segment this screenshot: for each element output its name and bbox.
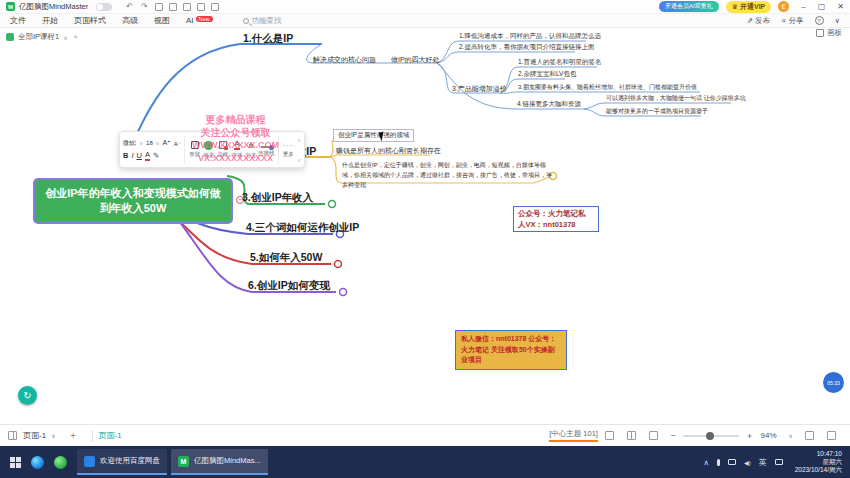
menu-page-style[interactable]: 页面样式: [74, 15, 106, 26]
fullscreen-icon[interactable]: [805, 431, 814, 440]
timer-badge[interactable]: 05:33: [823, 372, 844, 393]
avatar[interactable]: E: [778, 1, 789, 12]
font-color-button[interactable]: A: [145, 150, 150, 161]
zoom-in-button[interactable]: ＋: [746, 430, 754, 441]
edge-browser-icon[interactable]: [31, 456, 44, 469]
fill-button[interactable]: 填充: [202, 141, 216, 159]
underline-button[interactable]: U: [137, 151, 142, 160]
mindmap-canvas[interactable]: 全部IP课程1 ∧ ＋ 画板 创业IP年的年收入和变现模式如何做到年收入50W …: [0, 28, 850, 424]
note-wechat-box[interactable]: 公众号：火力笔记私 人VX：nnt01378: [513, 206, 599, 232]
font-style-button[interactable]: A字体: [230, 140, 244, 159]
windows-start-button[interactable]: [10, 457, 21, 468]
zoom-level[interactable]: 94%: [761, 431, 777, 440]
node-benefit-3[interactable]: 3.产品能增加溢价: [452, 84, 507, 94]
course-navigator[interactable]: 全部IP课程1 ∧ ＋: [6, 32, 79, 42]
highlight-pen-button[interactable]: ✎: [153, 151, 159, 160]
node-benefit-3-2[interactable]: 2.杂牌宝宝和LV包包: [518, 70, 576, 79]
zoom-out-button[interactable]: −: [671, 431, 676, 440]
add-course-icon[interactable]: ＋: [72, 32, 80, 42]
save-icon[interactable]: [183, 3, 191, 11]
new-document-icon[interactable]: [155, 3, 163, 11]
italic-button[interactable]: I: [131, 151, 133, 160]
branch6-expand-handle[interactable]: [340, 289, 347, 296]
font-size-select[interactable]: 18: [146, 140, 153, 146]
share-button[interactable]: ∝ 分享: [781, 16, 803, 26]
board-toggle[interactable]: 画板: [816, 28, 842, 38]
border-button[interactable]: 边框: [216, 141, 230, 158]
zoom-slider-knob[interactable]: [706, 432, 714, 440]
pages-grid-icon[interactable]: [8, 431, 17, 440]
vip-button[interactable]: ♛ 开通VIP: [726, 1, 772, 13]
redo-icon[interactable]: ↷: [141, 2, 148, 12]
menu-advanced[interactable]: 高级: [122, 15, 138, 26]
branch3-expand-handle[interactable]: [329, 201, 336, 208]
node-four-benefits[interactable]: 做IP的四大好处: [391, 55, 440, 65]
central-topic[interactable]: 创业IP年的年收入和变现模式如何做到年收入50W: [33, 178, 233, 224]
node-core-problem[interactable]: 解决成交的核心问题: [313, 55, 376, 65]
taskbar-app-baidu[interactable]: 欢迎使用百度网盘: [77, 449, 167, 475]
undo-icon[interactable]: ↶: [126, 2, 133, 12]
page-tab[interactable]: 页面-1: [99, 430, 122, 441]
help-icon[interactable]: ?: [815, 16, 824, 25]
topic-three-words[interactable]: 4.三个词如何运作创业IP: [246, 221, 359, 235]
node-benefit-3-3[interactable]: 3.朋友圈要有料头像、随着粉丝增加、社群味道、门槛都能提升价值: [518, 83, 697, 92]
open-file-icon[interactable]: [169, 3, 177, 11]
page-selector[interactable]: 页面-1: [23, 430, 46, 441]
node-benefit-4[interactable]: 4.链接更多大咖和资源: [517, 100, 581, 109]
topic-ip-monetization[interactable]: 6.创业IP如何变现: [248, 279, 330, 293]
minimize-button[interactable]: –: [801, 2, 805, 11]
tray-expand-icon[interactable]: ∧: [704, 458, 710, 467]
node-benefit-2[interactable]: 2.提高转化率，看你朋友项目介绍直接链接上面: [459, 43, 594, 52]
page-selector-caret-icon[interactable]: ∨: [51, 432, 55, 439]
menu-view[interactable]: 视图: [154, 15, 170, 26]
topic-what-is-ip[interactable]: 1.什么是IP: [243, 32, 293, 46]
node-benefit-1[interactable]: 1.降低沟通成本，同样的产品，认得和品牌怎么选: [459, 32, 601, 41]
titlebar-toggle[interactable]: [96, 3, 112, 11]
bold-button[interactable]: B: [123, 151, 128, 160]
zoom-caret-icon[interactable]: ∨: [789, 432, 793, 439]
shape-button[interactable]: 形状: [188, 141, 202, 158]
more-button[interactable]: ···更多: [281, 142, 295, 158]
ai-benefit-pill[interactable]: 开通会员AI双重礼: [659, 1, 719, 12]
menu-file[interactable]: 文件: [10, 15, 26, 26]
collapse-ribbon-icon[interactable]: ∨: [835, 16, 841, 25]
node-money-need[interactable]: 赚钱是所有人的核心刚需长期存在: [336, 146, 441, 156]
display-icon[interactable]: [728, 459, 736, 465]
print-icon[interactable]: [197, 3, 205, 11]
publish-button[interactable]: ⇗ 发布: [747, 16, 770, 26]
toolbar-expand-icons[interactable]: ∧∨: [297, 137, 301, 163]
taskbar-clock[interactable]: 10:47:10 星期六 2023/10/14/周六: [795, 450, 842, 474]
branch5-expand-handle[interactable]: [335, 261, 342, 268]
topic-ip-annual-income[interactable]: 3.创业IP年收入: [242, 191, 313, 205]
speaker-icon[interactable]: ◀): [744, 459, 751, 466]
zoom-slider[interactable]: [683, 435, 739, 437]
panel-icon[interactable]: [827, 431, 836, 440]
keyboard-icon[interactable]: [775, 459, 783, 465]
taskbar-app-mindmaster[interactable]: M 亿图脑图MindMas...: [171, 449, 268, 475]
ime-indicator[interactable]: 英: [759, 457, 767, 468]
map-view-icon[interactable]: [627, 431, 636, 440]
font-size-caret-icon[interactable]: ∨: [156, 140, 160, 146]
font-decrease-button[interactable]: A⁻: [174, 140, 181, 147]
font-name-select[interactable]: 微软雅黑: [123, 139, 136, 148]
menu-ai[interactable]: AINew: [186, 16, 213, 25]
feature-search[interactable]: 功能查找: [243, 16, 282, 26]
topic-how-500k[interactable]: 5.如何年入50W: [250, 251, 322, 265]
font-increase-button[interactable]: A⁺: [162, 139, 170, 147]
branch-button[interactable]: ⋔分支: [244, 141, 258, 159]
node-editing-box[interactable]: 创业IP是属性最强的领域: [333, 129, 414, 142]
menu-home[interactable]: 开始: [42, 15, 58, 26]
add-page-button[interactable]: ＋: [69, 429, 78, 442]
node-startup-ip-definition[interactable]: 什么是创业IP，定位于赚钱，创业，网创，副业，电商，短视频，自媒体等领域，你相关…: [342, 160, 557, 190]
maximize-button[interactable]: ▢: [818, 2, 826, 11]
fit-view-icon[interactable]: [649, 431, 658, 440]
note-promo-box[interactable]: 私人微信：nnt01378 公众号：火力笔记 关注领取50个实操副业项目: [455, 330, 567, 370]
close-button[interactable]: ✕: [837, 2, 844, 11]
connector-button[interactable]: 连接线: [258, 142, 275, 157]
green-app-icon[interactable]: [54, 456, 67, 469]
outline-view-icon[interactable]: [605, 431, 614, 440]
node-benefit-4-2[interactable]: 能够对接更多的一手成熟项目资源篓子: [606, 107, 708, 116]
locate-center-button[interactable]: ↻: [18, 386, 37, 405]
export-icon[interactable]: [211, 3, 219, 11]
node-benefit-3-1[interactable]: 1.普通人的签名和明星的签名: [518, 58, 601, 67]
